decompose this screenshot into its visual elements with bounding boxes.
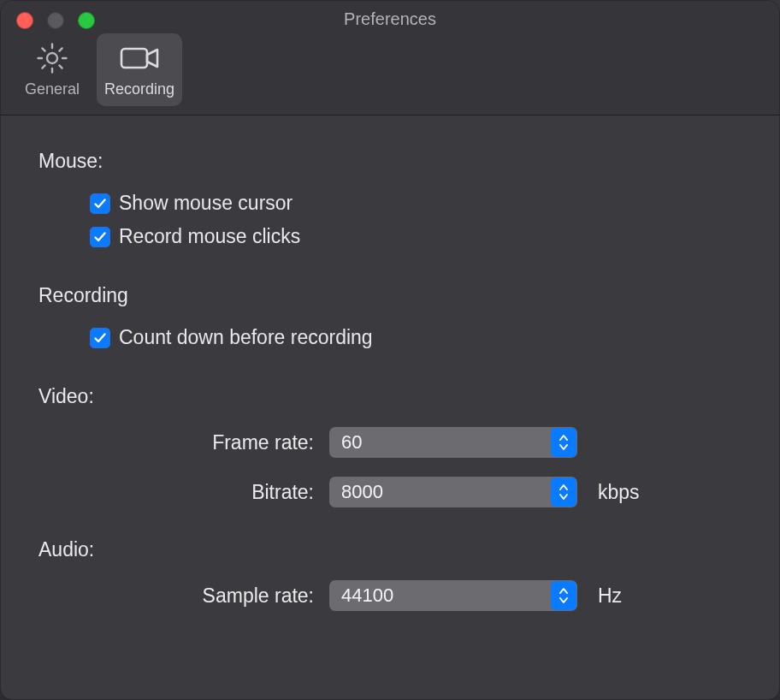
- stepper-arrows-icon: [551, 428, 576, 457]
- sample-rate-unit: Hz: [598, 584, 622, 608]
- close-window-button[interactable]: [16, 12, 33, 29]
- tab-general[interactable]: General: [9, 33, 95, 106]
- frame-rate-row: Frame rate: 60: [38, 427, 742, 458]
- stepper-arrows-icon: [551, 581, 576, 610]
- section-recording-title: Recording: [38, 284, 742, 307]
- tab-recording[interactable]: Recording: [97, 33, 182, 106]
- sample-rate-row: Sample rate: 44100 Hz: [38, 580, 742, 611]
- record-mouse-clicks-label: Record mouse clicks: [119, 225, 300, 248]
- section-mouse-title: Mouse:: [38, 150, 742, 173]
- countdown-row: Count down before recording: [38, 321, 742, 354]
- tabbar: General Recording: [1, 21, 779, 115]
- zoom-window-button[interactable]: [78, 12, 95, 29]
- titlebar: Preferences: [1, 1, 779, 21]
- show-mouse-cursor-checkbox[interactable]: [90, 193, 110, 214]
- sample-rate-select[interactable]: 44100: [329, 580, 577, 611]
- minimize-window-button[interactable]: [47, 12, 64, 29]
- countdown-label: Count down before recording: [119, 326, 373, 349]
- frame-rate-select[interactable]: 60: [329, 427, 577, 458]
- camera-icon: [117, 41, 162, 75]
- window-header: Preferences General: [1, 1, 779, 116]
- sample-rate-value: 44100: [341, 584, 393, 607]
- gear-icon: [35, 41, 69, 75]
- section-video-title: Video:: [38, 385, 742, 408]
- show-mouse-cursor-row: Show mouse cursor: [38, 187, 742, 220]
- window-controls: [16, 12, 95, 29]
- check-icon: [93, 197, 107, 211]
- preferences-window: Preferences General: [0, 0, 780, 700]
- countdown-checkbox[interactable]: [90, 328, 110, 348]
- bitrate-label: Bitrate:: [38, 481, 329, 504]
- record-mouse-clicks-row: Record mouse clicks: [38, 220, 742, 253]
- frame-rate-value: 60: [341, 431, 362, 454]
- svg-point-0: [47, 53, 57, 63]
- tab-general-label: General: [25, 80, 80, 98]
- record-mouse-clicks-checkbox[interactable]: [90, 227, 110, 247]
- show-mouse-cursor-label: Show mouse cursor: [119, 192, 292, 215]
- bitrate-select[interactable]: 8000: [329, 477, 577, 507]
- bitrate-value: 8000: [341, 481, 383, 503]
- bitrate-unit: kbps: [598, 481, 640, 504]
- frame-rate-label: Frame rate:: [38, 431, 329, 454]
- check-icon: [93, 230, 107, 244]
- check-icon: [93, 331, 107, 345]
- bitrate-row: Bitrate: 8000 kbps: [38, 477, 742, 507]
- tab-recording-label: Recording: [104, 80, 174, 98]
- sample-rate-label: Sample rate:: [38, 584, 329, 608]
- section-audio-title: Audio:: [38, 538, 742, 561]
- stepper-arrows-icon: [551, 478, 576, 507]
- preferences-content: Mouse: Show mouse cursor Record mouse cl…: [1, 116, 779, 699]
- svg-rect-1: [121, 49, 147, 68]
